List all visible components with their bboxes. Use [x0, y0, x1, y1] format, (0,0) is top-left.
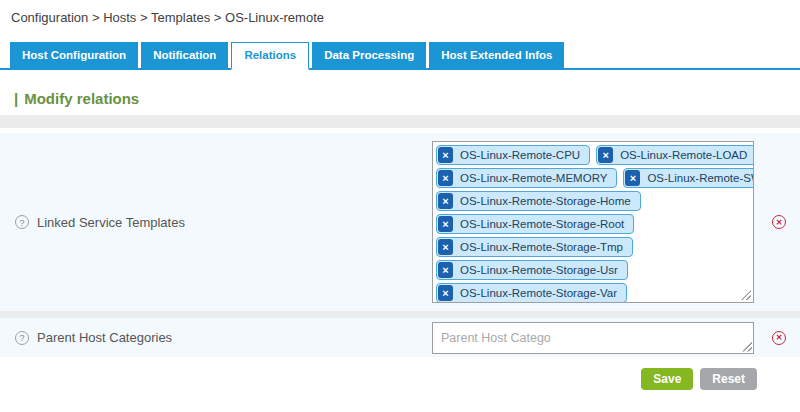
toolbar-strip: [0, 115, 800, 128]
tag: × OS-Linux-Remote-Storage-Usr: [436, 260, 628, 280]
help-icon[interactable]: ?: [15, 215, 29, 229]
tag-row: × OS-Linux-Remote-Storage-Var: [436, 283, 750, 303]
tag-remove-icon[interactable]: ×: [438, 262, 453, 278]
tag-label: OS-Linux-Remote-Storage-Root: [460, 218, 624, 230]
tag-label: OS-Linux-Remote-MEMORY: [460, 172, 607, 184]
row-separator: [0, 311, 800, 318]
tag: × OS-Linux-Remote-Storage-Var: [436, 283, 627, 303]
tab-host-configuration[interactable]: Host Configuration: [10, 42, 138, 68]
linked-service-templates-multiselect[interactable]: × OS-Linux-Remote-CPU × OS-Linux-Remote-…: [432, 141, 754, 303]
linked-service-templates-field-col: × OS-Linux-Remote-CPU × OS-Linux-Remote-…: [432, 141, 758, 303]
tab-notification[interactable]: Notification: [141, 42, 228, 68]
tag: × OS-Linux-Remote-Storage-Home: [436, 191, 641, 211]
tag-label: OS-Linux-Remote-LOAD: [620, 149, 747, 161]
tag: × OS-Linux-Remote-SWAP: [623, 168, 754, 188]
tag-remove-icon[interactable]: ×: [598, 147, 613, 163]
tag-remove-icon[interactable]: ×: [438, 285, 453, 301]
tag-label: OS-Linux-Remote-SWAP: [647, 172, 754, 184]
tab-data-processing[interactable]: Data Processing: [312, 42, 426, 68]
heading-text: Modify relations: [24, 90, 139, 107]
tab-bar: Host Configuration Notification Relation…: [0, 42, 800, 70]
linked-service-templates-label-col: ? Linked Service Templates: [0, 215, 432, 230]
parent-host-categories-input[interactable]: [432, 322, 754, 354]
tag: × OS-Linux-Remote-Storage-Tmp: [436, 237, 633, 257]
tag-label: OS-Linux-Remote-Storage-Tmp: [460, 241, 623, 253]
tag-remove-icon[interactable]: ×: [625, 170, 640, 186]
tag-label: OS-Linux-Remote-Storage-Var: [460, 287, 617, 299]
tag-row: × OS-Linux-Remote-MEMORY × OS-Linux-Remo…: [436, 168, 750, 188]
parent-host-categories-action-col: ✕: [758, 331, 800, 345]
parent-host-categories-label-col: ? Parent Host Categories: [0, 330, 432, 345]
tag-row: × OS-Linux-Remote-Storage-Home: [436, 191, 750, 211]
tag-remove-icon[interactable]: ×: [438, 239, 453, 255]
page-title: |Modify relations: [14, 90, 800, 107]
tag: × OS-Linux-Remote-MEMORY: [436, 168, 617, 188]
tab-relations[interactable]: Relations: [231, 42, 309, 70]
parent-host-categories-field-col: [432, 322, 758, 354]
tag-row: × OS-Linux-Remote-Storage-Root: [436, 214, 750, 234]
tag-row: × OS-Linux-Remote-Storage-Usr: [436, 260, 750, 280]
tag-label: OS-Linux-Remote-Storage-Home: [460, 195, 631, 207]
reset-button[interactable]: Reset: [700, 368, 757, 390]
tag-label: OS-Linux-Remote-CPU: [460, 149, 580, 161]
tag: × OS-Linux-Remote-LOAD: [596, 145, 754, 165]
tag-remove-icon[interactable]: ×: [438, 193, 453, 209]
tag-row: × OS-Linux-Remote-CPU × OS-Linux-Remote-…: [436, 145, 750, 165]
tag-label: OS-Linux-Remote-Storage-Usr: [460, 264, 618, 276]
breadcrumb[interactable]: Configuration > Hosts > Templates > OS-L…: [0, 0, 800, 25]
save-button[interactable]: Save: [641, 368, 693, 390]
tag-remove-icon[interactable]: ×: [438, 147, 453, 163]
parent-host-categories-label: Parent Host Categories: [37, 330, 172, 345]
tag: × OS-Linux-Remote-CPU: [436, 145, 590, 165]
linked-service-templates-action-col: ✕: [758, 215, 800, 229]
form-actions: Save Reset: [0, 368, 800, 390]
parent-host-categories-row: ? Parent Host Categories ✕: [0, 318, 800, 357]
tag-remove-icon[interactable]: ×: [438, 216, 453, 232]
tag-row: × OS-Linux-Remote-Storage-Tmp: [436, 237, 750, 257]
linked-service-templates-row: ? Linked Service Templates × OS-Linux-Re…: [0, 133, 800, 311]
tab-host-extended-infos[interactable]: Host Extended Infos: [429, 42, 564, 68]
linked-service-templates-label: Linked Service Templates: [37, 215, 185, 230]
help-icon[interactable]: ?: [15, 331, 29, 345]
tag: × OS-Linux-Remote-Storage-Root: [436, 214, 634, 234]
heading-bar: |: [14, 90, 18, 107]
clear-field-icon[interactable]: ✕: [772, 331, 786, 345]
clear-field-icon[interactable]: ✕: [772, 215, 786, 229]
tag-remove-icon[interactable]: ×: [438, 170, 453, 186]
